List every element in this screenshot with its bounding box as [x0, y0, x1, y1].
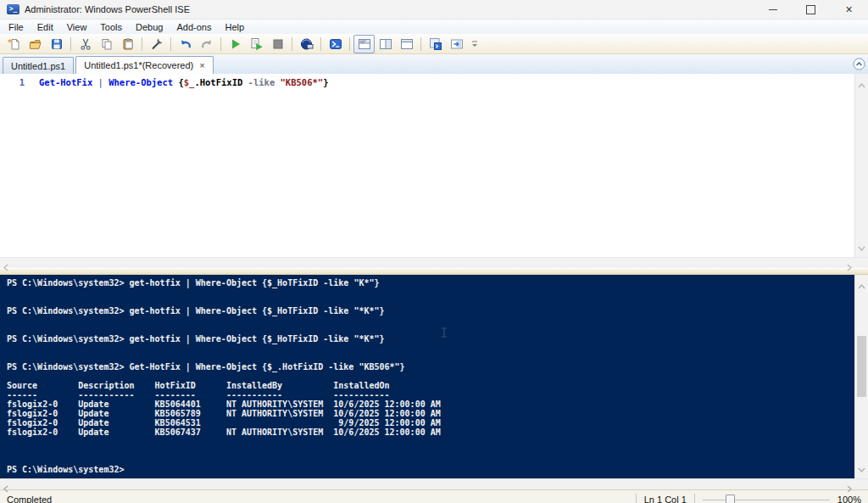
status-message: Completed: [7, 495, 52, 503]
tab-close-icon[interactable]: ×: [199, 61, 204, 70]
script-tab-bar: Untitled1.ps1Untitled1.ps1*(Recovered)×: [0, 54, 868, 74]
code-token-variable: $_: [184, 77, 195, 87]
toolbar-separator: [420, 37, 421, 51]
console-output-line: [7, 288, 853, 297]
editor-vertical-scrollbar[interactable]: [854, 74, 868, 257]
console-prompt-line: PS C:\Windows\system32> get-hotfix | Whe…: [7, 278, 853, 288]
pane-splitter[interactable]: [0, 268, 868, 275]
maximize-icon[interactable]: [792, 0, 830, 19]
script-tab-2[interactable]: Untitled1.ps1*(Recovered)×: [75, 56, 213, 74]
console-output-line: [7, 297, 853, 306]
tab-label: Untitled1.ps1*(Recovered): [84, 60, 193, 70]
toolbar-separator: [170, 37, 171, 51]
console-output-line: [7, 353, 853, 362]
scroll-down-icon[interactable]: [858, 239, 865, 254]
scroll-left-icon[interactable]: [3, 260, 8, 275]
script-pane-maximized-icon[interactable]: [396, 35, 417, 53]
open-script-icon[interactable]: [25, 35, 46, 53]
code-token-string: "KB506*": [281, 77, 324, 87]
console-horizontal-scrollbar[interactable]: [0, 478, 868, 489]
start-powershell-icon[interactable]: [325, 35, 346, 53]
menu-item-view[interactable]: View: [60, 21, 94, 33]
collapse-script-pane-icon[interactable]: [853, 58, 865, 70]
toolbar-overflow-icon[interactable]: [470, 39, 479, 49]
console-output-line: [7, 455, 853, 465]
editor-horizontal-scrollbar[interactable]: [0, 257, 868, 268]
cut-icon[interactable]: [75, 35, 96, 53]
code-token-plain: .HotFixID: [194, 77, 242, 87]
console-pane[interactable]: PS C:\Windows\system32> get-hotfix | Whe…: [0, 275, 868, 478]
status-bar: Completed Ln 1 Col 1 100%: [0, 489, 868, 503]
toolbar-separator: [320, 37, 321, 51]
line-number-gutter: 1: [0, 74, 32, 257]
show-script-pane-popout-icon[interactable]: [446, 35, 467, 53]
scroll-down-icon[interactable]: [858, 461, 865, 476]
run-script-icon[interactable]: [225, 35, 246, 53]
divider: [636, 494, 637, 503]
menu-item-debug[interactable]: Debug: [129, 21, 170, 33]
console-output-line: fslogix2-0 Update KB5065789 NT AUTHORITY…: [7, 409, 853, 418]
toolbar: [0, 34, 868, 54]
scroll-left-icon[interactable]: [3, 481, 8, 496]
powershell-ise-window: >_ Administrator: Windows PowerShell ISE…: [0, 0, 868, 503]
undo-icon[interactable]: [175, 35, 196, 53]
zoom-slider[interactable]: [703, 494, 830, 503]
new-powershell-tab-icon[interactable]: [425, 35, 446, 53]
console-output-line: [7, 437, 853, 446]
code-token-cmdlet: Where-Object: [108, 77, 173, 87]
new-remote-powershell-tab-icon[interactable]: [296, 35, 317, 53]
run-selection-icon[interactable]: [246, 35, 267, 53]
scroll-right-icon[interactable]: [847, 260, 852, 275]
console-output-line: fslogix2-0 Update KB5064531 9/9/2025 12:…: [7, 418, 853, 428]
save-icon[interactable]: [46, 35, 67, 53]
copy-icon[interactable]: [96, 35, 117, 53]
code-token-cmdlet: Get-HotFix: [39, 77, 92, 87]
text-cursor-icon: [441, 326, 448, 341]
menu-item-help[interactable]: Help: [218, 21, 251, 33]
script-code-line[interactable]: Get-HotFix | Where-Object {$_.HotFixID -…: [39, 77, 328, 88]
powershell-icon: >_: [7, 4, 19, 14]
paste-icon[interactable]: [117, 35, 138, 53]
menu-item-tools[interactable]: Tools: [93, 21, 129, 33]
console-output-line: [7, 344, 853, 353]
clear-console-pane-icon[interactable]: [146, 35, 167, 53]
console-output-line: ------ ----------- -------- ----------- …: [7, 390, 853, 400]
scroll-up-icon[interactable]: [858, 76, 865, 92]
status-bar-right: Ln 1 Col 1 100%: [636, 494, 861, 503]
stop-operation-icon[interactable]: [267, 35, 288, 53]
script-pane-right-icon[interactable]: [375, 35, 396, 53]
redo-icon[interactable]: [196, 35, 217, 53]
console-prompt-line: PS C:\Windows\system32>: [7, 465, 853, 474]
script-tab-1[interactable]: Untitled1.ps1: [3, 57, 74, 74]
toolbar-separator: [220, 37, 221, 51]
scroll-up-icon[interactable]: [858, 277, 865, 293]
minimize-icon[interactable]: [754, 0, 792, 19]
zoom-slider-thumb[interactable]: [726, 495, 735, 503]
scrollbar-thumb[interactable]: [857, 336, 866, 397]
tab-label: Untitled1.ps1: [11, 61, 65, 71]
zoom-slider-track: [703, 500, 830, 500]
script-pane-top-icon[interactable]: [353, 35, 375, 53]
console-vertical-scrollbar[interactable]: [854, 275, 868, 478]
console-output-line: [7, 446, 853, 455]
new-script-icon[interactable]: [3, 35, 25, 53]
console-output-line: [7, 316, 853, 325]
divider: [694, 494, 695, 503]
toolbar-separator: [70, 37, 71, 51]
menu-item-edit[interactable]: Edit: [31, 21, 60, 33]
menu-item-addons[interactable]: Add-ons: [170, 21, 218, 33]
console-prompt-line: PS C:\Windows\system32> Get-HotFix | Whe…: [7, 362, 853, 372]
console-prompt-line: PS C:\Windows\system32> get-hotfix | Whe…: [7, 334, 853, 344]
title-bar: >_ Administrator: Windows PowerShell ISE…: [0, 0, 868, 20]
toolbar-separator: [349, 37, 350, 51]
code-token-operator: -like: [248, 77, 275, 87]
line-number: 1: [19, 77, 25, 87]
window-title: Administrator: Windows PowerShell ISE: [25, 4, 190, 14]
console-output-line: [7, 325, 853, 334]
close-icon[interactable]: ×: [830, 0, 868, 19]
script-editor-pane[interactable]: 1 Get-HotFix | Where-Object {$_.HotFixID…: [0, 74, 868, 257]
console-prompt-line: PS C:\Windows\system32> get-hotfix | Whe…: [7, 306, 853, 316]
cursor-position: Ln 1 Col 1: [644, 495, 687, 503]
scroll-right-icon[interactable]: [847, 481, 852, 496]
menu-item-file[interactable]: File: [2, 21, 31, 33]
